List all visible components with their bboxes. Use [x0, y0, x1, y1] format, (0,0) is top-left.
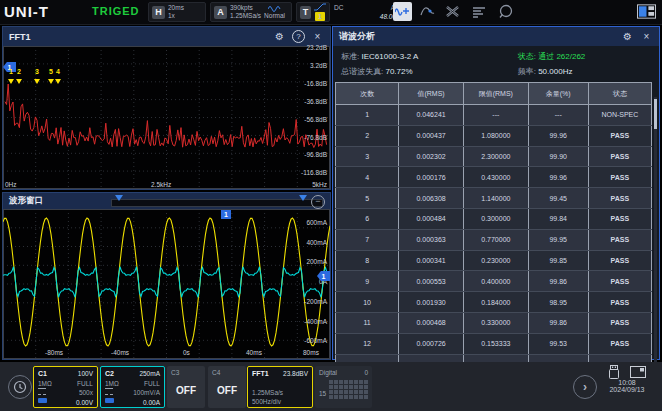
table-row[interactable]: 70.0003630.77000099.95PASS [336, 229, 652, 250]
table-cell: 0.230000 [463, 250, 528, 271]
table-cell: 99.85 [528, 250, 588, 271]
brand-logo: UNI-T [4, 3, 49, 20]
screen-icon[interactable] [630, 365, 646, 379]
table-row[interactable]: 50.0063081.14000099.45PASS [336, 188, 652, 209]
frequency-label: 频率: [518, 67, 536, 76]
table-cell: 0.770000 [463, 229, 528, 250]
multi-window-icon[interactable] [443, 2, 462, 21]
list-menu-icon[interactable] [469, 2, 488, 21]
c1-offset: 0.00V [76, 398, 93, 408]
table-cell: 99.45 [528, 188, 588, 209]
window-left-marker[interactable] [115, 195, 123, 201]
trigger-settings[interactable]: T 1 [296, 2, 330, 22]
help-icon[interactable]: ? [292, 30, 305, 43]
thd-value: 70.72% [385, 67, 412, 76]
gear-icon[interactable]: ⚙ [621, 30, 634, 43]
table-cell: 12 [336, 333, 399, 354]
harmonic-marker-5[interactable]: 5 [49, 68, 53, 75]
history-button[interactable] [8, 375, 32, 399]
table-row[interactable]: 90.0005530.40000099.86PASS [336, 271, 652, 292]
scrollbar-thumb[interactable] [654, 99, 657, 129]
channel4-box[interactable]: C4 OFF [208, 366, 246, 408]
horizontal-scale: 20ms [168, 4, 184, 12]
channel3-box[interactable]: C3 OFF [167, 366, 205, 408]
curve-edit-icon[interactable] [418, 2, 437, 21]
c2-scale: 250mA [139, 369, 160, 379]
horizontal-settings[interactable]: H 20ms 1x [148, 2, 206, 22]
trigger-badge: T [300, 6, 311, 19]
harmonic-marker-pointer [8, 79, 14, 84]
fft1-sample-rate: 1.25MSa/s [252, 388, 283, 398]
window-right-marker[interactable] [299, 195, 307, 201]
table-cell: 0.000341 [399, 250, 464, 271]
table-cell: NON-SPEC [588, 105, 651, 126]
harmonics-header[interactable]: 谐波分析 ⚙ × [333, 27, 659, 46]
search-icon[interactable] [496, 2, 515, 21]
table-row[interactable]: 30.0023022.30000099.90PASS [336, 146, 652, 167]
fft1-resolution: 500Hz/div [252, 397, 281, 407]
fft-freq-center: 2.5kHz [151, 181, 171, 188]
clock-date: 2024/09/13 [594, 386, 660, 393]
fft1-box[interactable]: FFT123.8dBV 1.25MSa/s 500Hz/div [247, 366, 313, 408]
zoom-out-icon[interactable]: − [311, 195, 325, 209]
table-row[interactable]: 100.0019300.18400098.95PASS [336, 292, 652, 313]
table-row[interactable]: 20.0004371.08000099.96PASS [336, 125, 652, 146]
harmonics-summary: 标准: IEC61000-3-2 A 状态: 通过 262/262 总谐波失真:… [333, 46, 659, 82]
fft-window-region[interactable] [111, 199, 323, 207]
c3-name: C3 [171, 368, 201, 378]
fft-panel-header[interactable]: FFT1 ⚙ ? × [3, 27, 330, 46]
c3-state: OFF [171, 386, 201, 396]
harmonic-marker-4[interactable]: 4 [56, 68, 60, 75]
acquire-badge: A [214, 6, 227, 19]
standard-value: IEC61000-3-2 A [361, 52, 418, 61]
channel2-box[interactable]: C2250mA 1MΩFULL 100mV/A 0.00A [100, 366, 165, 408]
digital-name: Digital [319, 368, 337, 378]
table-cell: 5 [336, 188, 399, 209]
add-waveform-button[interactable] [393, 2, 412, 21]
close-icon[interactable]: × [640, 30, 653, 43]
gear-icon[interactable]: ⚙ [273, 30, 286, 43]
table-cell: 11 [336, 312, 399, 333]
c2-impedance: 1MΩ [105, 379, 119, 389]
table-cell: 8 [336, 250, 399, 271]
table-scrollbar[interactable] [654, 97, 657, 380]
acquisition-settings[interactable]: A 390kpts 1.25MSa/s Normal [210, 2, 292, 22]
table-row[interactable]: 40.0001760.43000099.96PASS [336, 167, 652, 188]
table-row[interactable]: 10.046241------NON-SPEC [336, 105, 652, 126]
harmonic-marker-1[interactable]: 1 [9, 68, 13, 75]
waveform-plot[interactable]: 600mA400mA200mA0A-200mA-400mA-600mA -80m… [3, 209, 330, 359]
trigger-coupling: DC [334, 3, 343, 12]
col-order: 次数 [336, 83, 399, 105]
c2-probe: 100mV/A [133, 388, 160, 398]
table-cell: PASS [588, 250, 651, 271]
table-cell: --- [463, 105, 528, 126]
table-cell: PASS [588, 271, 651, 292]
waveform-header[interactable]: 波形窗口 − [3, 193, 330, 209]
table-cell: PASS [588, 167, 651, 188]
table-cell: 0.000363 [399, 229, 464, 250]
col-value: 值(RMS) [399, 83, 464, 105]
acquire-mode: Normal [264, 12, 285, 20]
ground-level-icon [38, 398, 47, 403]
top-status-bar: UNI-T TRIGED H 20ms 1x A 390kpts 1.25MSa… [0, 0, 662, 25]
c1-scale: 100V [78, 369, 93, 379]
display-layout-icon[interactable] [637, 2, 656, 21]
table-cell: 0.000437 [399, 125, 464, 146]
rising-edge-icon [314, 3, 326, 11]
usb-icon[interactable] [608, 365, 620, 379]
table-row[interactable]: 60.0004840.30000099.84PASS [336, 208, 652, 229]
harmonic-marker-3[interactable]: 3 [35, 68, 39, 75]
table-row[interactable]: 80.0003410.23000099.85PASS [336, 250, 652, 271]
c4-name: C4 [212, 368, 242, 378]
table-row[interactable]: 110.0004680.33000099.86PASS [336, 312, 652, 333]
channel1-box[interactable]: C1100V 1MΩFULL 500x 0.00V [33, 366, 98, 408]
table-row[interactable]: 120.0007260.15333399.53PASS [336, 333, 652, 354]
trigger-position-tag[interactable]: 1 [221, 210, 231, 219]
harmonic-marker-2[interactable]: 2 [17, 68, 21, 75]
table-cell: 0.400000 [463, 271, 528, 292]
digital-box[interactable]: Digital0 15 [315, 366, 372, 408]
table-cell: --- [528, 105, 588, 126]
close-icon[interactable]: × [311, 30, 324, 43]
table-cell: 0.430000 [463, 167, 528, 188]
fft-plot[interactable]: 23.2dB3.2dB-16.8dB-36.8dB-56.8dB-76.8dB-… [3, 46, 330, 189]
